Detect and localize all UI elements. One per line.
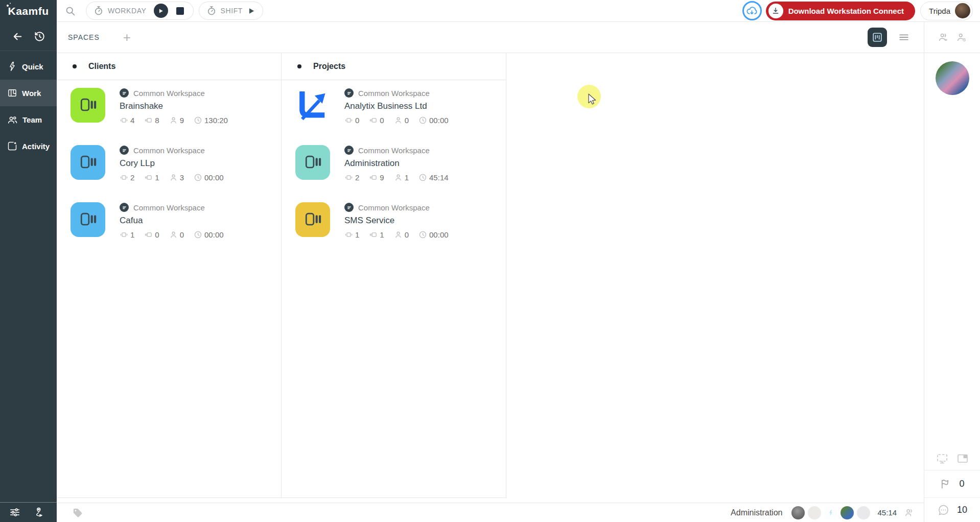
board-icon [7,88,17,98]
workspace-card-title[interactable]: Brainshake [120,101,228,111]
chat-count: 10 [957,505,967,515]
workspace-card-title[interactable]: Analytix Business Ltd [344,101,449,111]
screen-share-icon[interactable] [936,453,948,465]
workspace-tile[interactable] [295,88,330,123]
clock-icon [194,173,202,182]
shift-play-button[interactable] [247,7,255,15]
workspace-tile[interactable] [295,202,330,237]
members-icon[interactable] [904,507,915,518]
workspace-tile[interactable] [71,145,105,180]
app-logo[interactable]: Kaamfu [0,0,57,22]
stat-screens: 0 [344,116,359,125]
stat-screens: 4 [120,116,134,125]
kanban-view-button[interactable] [868,28,887,47]
workspace-card-title[interactable]: Cory LLp [120,158,224,169]
carousel-icon [120,230,128,239]
workspace-card-cafua[interactable]: Common Workspace Cafua 1 0 0 00:00 [71,202,281,239]
member-avatar-lightning[interactable] [824,506,837,519]
history-icon[interactable] [34,31,45,42]
member-avatar[interactable] [808,506,821,519]
clock-icon [418,230,427,239]
back-arrow-icon[interactable] [12,31,24,42]
status-bar: Administration 45:14 [57,503,924,522]
member-avatars[interactable] [791,506,870,519]
workspace-glyph-icon [78,209,98,230]
workday-stop-button[interactable] [176,7,184,15]
stat-members: 1 [394,173,409,182]
sidebar-footer [0,502,57,522]
column-header: Clients [57,53,281,80]
workday-play-button[interactable] [154,4,168,18]
shift-timer-pill: SHIFT [199,2,263,20]
list-view-button[interactable] [898,32,909,43]
workspace-tile[interactable] [71,202,105,237]
sidebar-item-label: Quick [22,62,43,71]
stat-members: 0 [394,230,409,239]
panel-user-avatar[interactable] [936,61,969,95]
column-bullet-icon [297,64,301,68]
column-title: Projects [313,62,345,71]
workspace-tile[interactable] [71,88,105,123]
spaces-tab[interactable]: SPACES [68,33,100,41]
flags-counter[interactable]: 0 [924,470,980,497]
workspace-glyph-icon [78,95,98,115]
stat-time: 00:00 [418,116,449,125]
stat-boards: 0 [144,230,159,239]
stat-screens: 1 [120,230,134,239]
stat-boards: 1 [369,230,384,239]
stat-members: 3 [169,173,184,182]
person-icon [394,116,403,125]
clock-icon [194,116,202,125]
member-avatar[interactable] [841,506,854,519]
workspace-tile[interactable] [295,145,330,180]
sidebar-item-activity[interactable]: Activity [0,133,57,159]
spaces-board: Clients [57,53,924,503]
stack-icon [144,230,153,239]
add-space-button[interactable]: + [123,31,131,44]
user-menu[interactable]: Tripda [920,2,973,20]
search-icon[interactable] [65,6,76,16]
workspace-card-cory-llp[interactable]: Common Workspace Cory LLp 2 1 3 00:00 [71,145,281,182]
team-icon [7,114,18,125]
stat-time: 45:14 [418,173,449,182]
column-projects: Projects [282,53,506,498]
right-panel: 0 10 [924,22,980,522]
stat-screens: 1 [344,230,359,239]
sidebar-item-work[interactable]: Work [0,80,57,106]
common-workspace-badge-icon [344,146,354,155]
window-icon[interactable] [956,453,969,465]
sidebar-item-quick[interactable]: Quick [0,53,57,80]
workspace-type-label: Common Workspace [358,203,430,212]
cloud-sync-button[interactable] [742,1,762,20]
person-icon [394,230,403,239]
common-workspace-badge-icon [344,88,354,98]
route-location-icon[interactable] [33,507,44,518]
member-avatar[interactable] [791,506,805,519]
workspace-card-brainshake[interactable]: Common Workspace Brainshake 4 8 9 130:20 [71,88,281,125]
workspace-card-administration[interactable]: Common Workspace Administration 2 9 1 45… [295,145,506,182]
sidebar-item-label: Work [22,89,41,98]
workspace-type-label: Common Workspace [133,89,205,98]
chat-counter[interactable]: 10 [924,498,980,522]
workspace-type-label: Common Workspace [358,89,430,98]
person-check-icon[interactable] [956,32,967,43]
shift-label: SHIFT [221,7,243,15]
active-workspace-label[interactable]: Administration [731,508,782,517]
sidebar-item-team[interactable]: Team [0,106,57,133]
carousel-icon [344,173,353,182]
tag-icon[interactable] [72,507,83,518]
workspace-card-title[interactable]: Administration [344,158,449,169]
workspace-card-title[interactable]: SMS Service [344,216,449,226]
workspace-card-sms-service[interactable]: Common Workspace SMS Service 1 1 0 00:00 [295,202,506,239]
stack-icon [144,173,153,182]
stat-members: 0 [169,230,184,239]
workspace-card-title[interactable]: Cafua [120,216,224,226]
person-voice-icon[interactable] [938,32,949,43]
workspace-type-label: Common Workspace [358,146,430,155]
workspace-card-analytix[interactable]: Common Workspace Analytix Business Ltd 0… [295,88,506,125]
stat-screens: 2 [344,173,359,182]
filters-sliders-icon[interactable] [9,507,20,518]
member-avatar[interactable] [857,506,870,519]
stat-time: 130:20 [194,116,228,125]
download-workstation-button[interactable]: Download Workstation Connect [766,2,915,20]
